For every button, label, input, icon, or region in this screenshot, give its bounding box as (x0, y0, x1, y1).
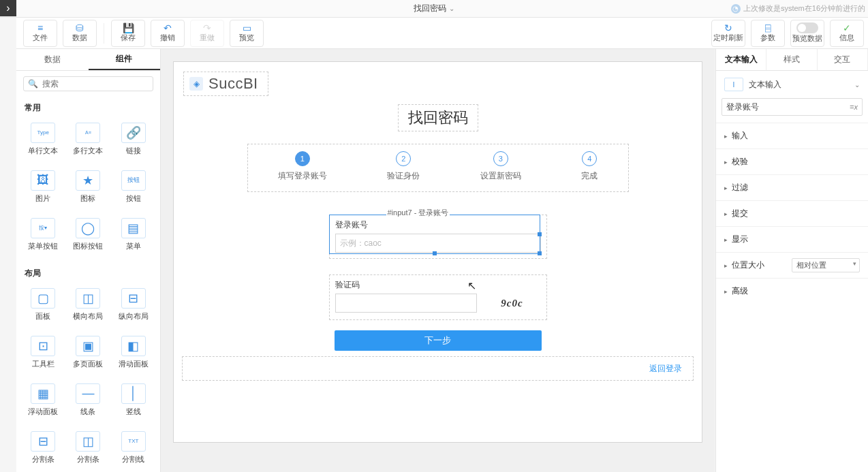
text-icon: Type (31, 123, 55, 143)
collapse-submit[interactable]: ▸提交 (716, 200, 868, 226)
comp-multi-text[interactable]: A≡多行文本 (67, 116, 109, 161)
canvas-area[interactable]: ◈ SuccBI 找回密码 1填写登录账号 2验证身份 3设置新密码 4完成 #… (161, 49, 715, 472)
step-2: 2验证身份 (387, 151, 420, 182)
arrow-right-icon: ▸ (724, 185, 728, 191)
comp-menu[interactable]: ▤菜单 (112, 212, 155, 257)
undo-button[interactable]: ↶撤销 (151, 20, 185, 47)
input-type-icon: I (724, 78, 743, 91)
collapse-advanced[interactable]: ▸高级 (716, 278, 868, 304)
arrow-right-icon: ▸ (724, 288, 728, 295)
captcha-image[interactable]: 9c0c (484, 294, 541, 313)
undo-icon: ↶ (164, 23, 172, 33)
collapse-validate[interactable]: ▸校验 (716, 148, 868, 174)
comp-multipage[interactable]: ▣多页面板 (67, 330, 109, 375)
prop-name-input[interactable]: 登录账号 =x (722, 98, 863, 116)
arrow-right-icon: ▸ (724, 159, 728, 166)
float-icon: ▦ (31, 383, 55, 404)
comp-divider3[interactable]: TXT分割线 (112, 425, 155, 470)
comp-floatpanel[interactable]: ▦浮动面板 (22, 377, 64, 422)
vline-icon: │ (121, 383, 146, 404)
toolbar-icon: ⊡ (31, 336, 55, 356)
rtab-interact[interactable]: 交互 (818, 49, 868, 70)
comp-vline[interactable]: │竖线 (112, 377, 155, 422)
user-dot-icon: ◔ (731, 4, 741, 14)
resize-handle-right[interactable] (538, 232, 542, 236)
section-common: 常用 (16, 97, 160, 116)
brand-bar[interactable]: ◈ SuccBI (183, 72, 268, 96)
chevron-down-icon[interactable]: ⌄ (854, 81, 860, 89)
refresh-button[interactable]: ↻定时刷新 (711, 20, 745, 47)
comp-link[interactable]: 🔗链接 (112, 116, 155, 161)
info-button[interactable]: ✓信息 (830, 20, 864, 47)
arrow-right-icon: ▸ (724, 210, 728, 217)
section-layout: 布局 (16, 262, 160, 282)
comp-button[interactable]: 按钮按钮 (112, 164, 155, 209)
check-icon: ✓ (843, 23, 851, 33)
selection-box (329, 215, 540, 254)
comp-menubutton[interactable]: 按▾菜单按钮 (22, 212, 64, 257)
chevron-down-icon[interactable]: ⌄ (449, 5, 454, 12)
captcha-label: 验证码 (330, 275, 546, 294)
status-text: 上次修改是system在16分钟前进行的 (743, 3, 865, 14)
redo-icon: ↷ (203, 23, 211, 33)
captcha-input[interactable] (335, 294, 477, 313)
clock-icon: ↻ (724, 23, 732, 33)
save-button[interactable]: 💾保存 (111, 20, 145, 47)
prop-type-label: 文本输入 (749, 79, 781, 91)
step-4: 4完成 (581, 151, 598, 182)
fx-icon[interactable]: =x (850, 103, 858, 111)
resize-handle-bottom[interactable] (433, 251, 437, 255)
preview-data-button[interactable]: 预览数据 (790, 20, 824, 47)
main-title[interactable]: 找回密码 (398, 104, 478, 131)
arrow-right-icon: ▸ (724, 133, 728, 140)
multitext-icon: A≡ (76, 123, 100, 143)
collapse-display[interactable]: ▸显示 (716, 226, 868, 252)
step-1: 1填写登录账号 (278, 151, 327, 182)
star-icon: ★ (76, 170, 100, 191)
divider-icon: ⊟ (31, 431, 55, 452)
comp-toolbar[interactable]: ⊡工具栏 (22, 330, 64, 375)
comp-divider1[interactable]: ⊟分割条 (22, 425, 64, 470)
tab-data[interactable]: 数据 (16, 49, 89, 70)
collapse-filter[interactable]: ▸过滤 (716, 174, 868, 200)
search-input[interactable]: 🔍 (23, 76, 153, 91)
captcha-field-group[interactable]: 验证码 9c0c (329, 274, 547, 320)
resize-handle-corner[interactable] (538, 251, 542, 255)
image-icon: 🖼 (31, 170, 55, 191)
tab-components[interactable]: 组件 (89, 49, 161, 70)
toggle-switch[interactable] (796, 22, 818, 33)
comp-single-text[interactable]: Type单行文本 (22, 116, 64, 161)
main-toolbar: ≡文件 ⛁数据 💾保存 ↶撤销 ↷重做 ▭预览 ↻定时刷新 ⌸参数 预览数据 ✓… (16, 18, 868, 49)
position-select[interactable]: 相对位置 (792, 258, 860, 272)
scroll-icon: ◧ (121, 336, 146, 356)
data-button[interactable]: ⛁数据 (63, 20, 97, 47)
next-button[interactable]: 下一步 (335, 330, 542, 351)
comp-scroll[interactable]: ◧滑动面板 (112, 330, 155, 375)
button-icon: 按钮 (121, 170, 146, 191)
sidebar-toggle[interactable]: › (0, 0, 16, 16)
save-icon: 💾 (123, 23, 134, 33)
comp-panel[interactable]: ▢面板 (22, 282, 64, 327)
page-frame[interactable]: ◈ SuccBI 找回密码 1填写登录账号 2验证身份 3设置新密码 4完成 #… (173, 61, 702, 443)
menubtn-icon: 按▾ (31, 218, 55, 238)
comp-line[interactable]: —线条 (67, 377, 109, 422)
file-button[interactable]: ≡文件 (23, 20, 57, 47)
collapse-input[interactable]: ▸输入 (716, 123, 868, 148)
divider2-icon: ◫ (76, 431, 100, 452)
back-link[interactable]: 返回登录 (649, 363, 682, 375)
comp-icon[interactable]: ★图标 (67, 164, 109, 209)
params-button[interactable]: ⌸参数 (751, 20, 785, 47)
comp-hlayout[interactable]: ◫横向布局 (67, 282, 109, 327)
comp-image[interactable]: 🖼图片 (22, 164, 64, 209)
rtab-textinput[interactable]: 文本输入 (716, 49, 766, 70)
back-bar[interactable]: 返回登录 (182, 356, 694, 381)
comp-divider2[interactable]: ◫分割条 (67, 425, 109, 470)
rtab-style[interactable]: 样式 (766, 49, 817, 70)
steps-bar[interactable]: 1填写登录账号 2验证身份 3设置新密码 4完成 (247, 144, 629, 192)
link-icon: 🔗 (121, 123, 146, 143)
comp-vlayout[interactable]: ⊟纵向布局 (112, 282, 155, 327)
brand-icon: ◈ (189, 77, 203, 91)
preview-button[interactable]: ▭预览 (230, 20, 264, 47)
comp-iconbutton[interactable]: ◯图标按钮 (67, 212, 109, 257)
collapse-possize[interactable]: ▸ 位置大小 相对位置 (716, 252, 868, 278)
